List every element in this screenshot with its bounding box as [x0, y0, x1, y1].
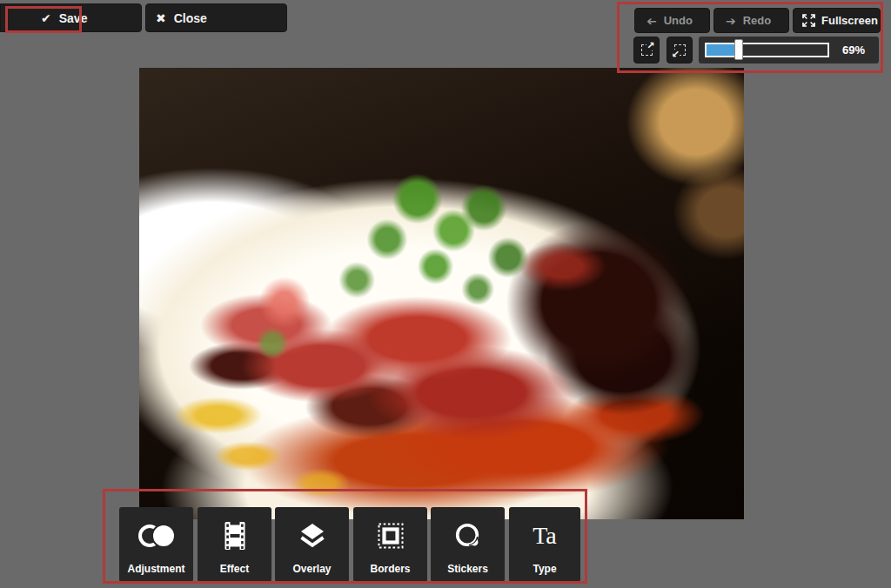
toolbar-label: Stickers [447, 563, 488, 575]
undo-button-label: Undo [664, 14, 693, 27]
zoom-slider-handle[interactable] [734, 39, 743, 60]
close-button-label: Close [174, 11, 207, 25]
toolbar-button-effect[interactable]: Effect [198, 507, 271, 582]
stamp-frame-icon [377, 518, 405, 553]
sticker-peel-icon [454, 518, 482, 553]
redo-button[interactable]: ➔ Redo [713, 8, 789, 33]
undo-arrow-icon: ➔ [646, 15, 657, 27]
zoom-out-button[interactable]: ↙ [667, 37, 693, 63]
save-button[interactable]: ✔ Save [0, 3, 142, 32]
fullscreen-button[interactable]: Fullscreen [793, 8, 881, 33]
toolbar-button-overlay[interactable]: Overlay [275, 507, 349, 582]
undo-button[interactable]: ➔ Undo [634, 8, 710, 33]
toolbar-button-type[interactable]: Ta Type [509, 507, 580, 582]
zoom-in-icon: ↗ [641, 44, 653, 56]
zoom-slider-track[interactable] [705, 43, 829, 57]
adjustment-circles-icon [138, 518, 175, 553]
toolbar-label: Overlay [292, 563, 331, 575]
toolbar-label: Type [533, 563, 556, 575]
editor-window: ✔ Save ✖ Close ➔ Undo ➔ Redo Fullscreen … [0, 0, 891, 588]
zoom-level-label: 69% [834, 37, 874, 63]
close-button[interactable]: ✖ Close [145, 3, 287, 32]
toolbar-label: Adjustment [128, 563, 185, 575]
redo-button-label: Redo [743, 14, 772, 27]
check-icon: ✔ [41, 11, 51, 25]
toolbar-label: Effect [220, 563, 249, 575]
fullscreen-button-label: Fullscreen [821, 14, 878, 27]
toolbar-button-adjustment[interactable]: Adjustment [119, 507, 193, 582]
toolbar-button-borders[interactable]: Borders [353, 507, 427, 582]
toolbar-button-stickers[interactable]: Stickers [431, 507, 505, 582]
x-icon: ✖ [156, 11, 166, 25]
toolbar-label: Borders [370, 563, 410, 575]
zoom-in-button[interactable]: ↗ [633, 37, 660, 63]
zoom-out-icon: ↙ [674, 44, 686, 56]
layers-icon [298, 518, 326, 553]
save-button-label: Save [59, 11, 88, 25]
film-strip-icon [224, 518, 245, 553]
canvas-image [139, 68, 744, 519]
fullscreen-expand-icon [802, 14, 815, 27]
text-icon: Ta [533, 518, 557, 553]
zoom-slider-panel: 69% [699, 37, 879, 63]
redo-arrow-icon: ➔ [726, 15, 736, 27]
